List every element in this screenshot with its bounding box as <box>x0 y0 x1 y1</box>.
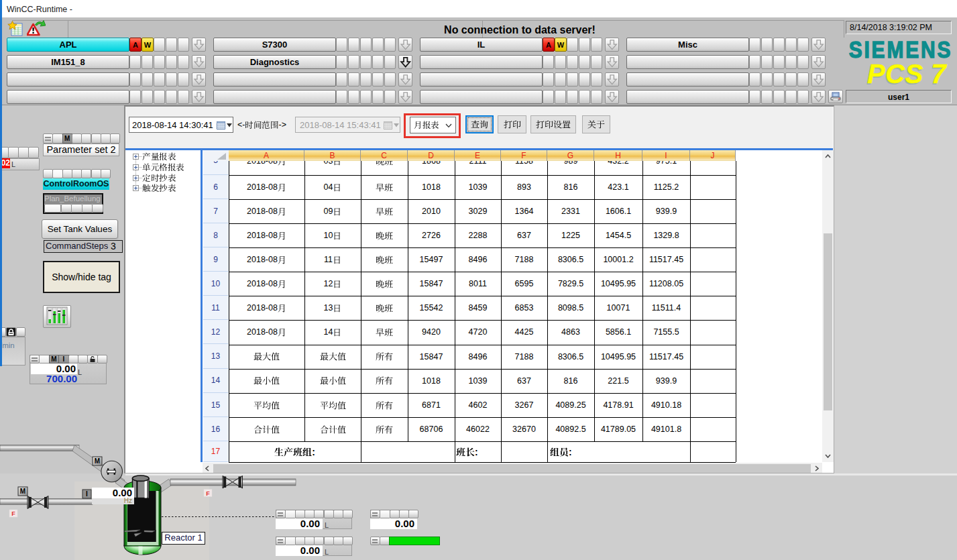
svg-text:F: F <box>206 490 210 497</box>
svg-text:M: M <box>20 488 25 495</box>
svg-text:M: M <box>95 457 100 465</box>
svg-text:F: F <box>11 510 15 517</box>
svg-text:I: I <box>86 490 88 498</box>
